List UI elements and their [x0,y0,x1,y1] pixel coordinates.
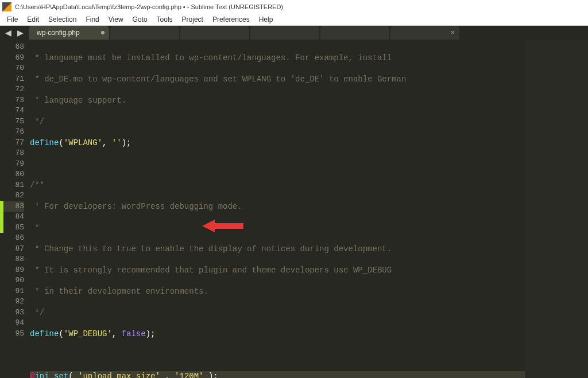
forward-icon[interactable]: ▶ [17,28,24,37]
code-content[interactable]: * language must be installed to wp-conte… [30,40,525,378]
menu-goto[interactable]: Goto [128,14,152,25]
line-gutter: 68697071 72737475 76777879 80818283 8485… [0,40,30,378]
menu-preferences[interactable]: Preferences [208,14,254,25]
dirty-indicator-icon [101,31,105,34]
menu-edit[interactable]: Edit [22,14,44,25]
nav-arrows: ◀ ▶ [0,28,29,37]
window-title: C:\Users\HP\AppData\Local\Temp\fz3temp-2… [15,3,283,10]
menu-help[interactable]: Help [254,14,278,25]
menu-file[interactable]: File [2,14,22,25]
tab-inactive-1[interactable] [110,26,179,40]
menu-project[interactable]: Project [177,14,208,25]
back-icon[interactable]: ◀ [5,28,11,37]
tab-inactive-2[interactable] [180,26,249,40]
close-icon[interactable]: × [451,29,455,37]
tab-label: wp-config.php [37,29,80,37]
tab-bar: ◀ ▶ wp-config.php × [0,26,588,40]
menubar: File Edit Selection Find View Goto Tools… [0,13,588,26]
minimap[interactable] [525,40,588,378]
editor-area[interactable]: 68697071 72737475 76777879 80818283 8485… [0,40,588,378]
change-indicator [0,201,3,233]
tab-inactive-5[interactable]: × [390,26,459,40]
tab-inactive-3[interactable] [250,26,319,40]
menu-selection[interactable]: Selection [44,14,81,25]
menu-view[interactable]: View [104,14,128,25]
tab-inactive-4[interactable] [320,26,389,40]
app-icon [2,2,11,11]
menu-find[interactable]: Find [81,14,103,25]
window-titlebar: C:\Users\HP\AppData\Local\Temp\fz3temp-2… [0,0,588,13]
menu-tools[interactable]: Tools [152,14,177,25]
tab-wp-config[interactable]: wp-config.php [29,26,109,40]
